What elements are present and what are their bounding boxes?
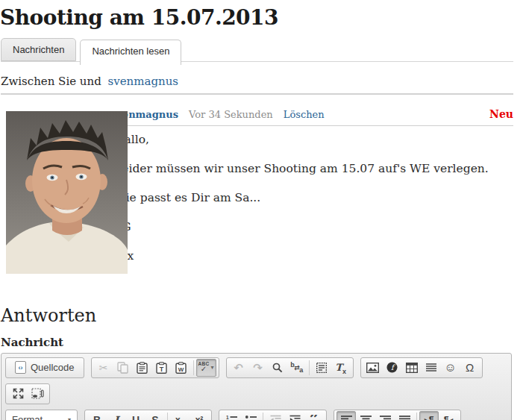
maximize-icon [13, 388, 24, 399]
bold-button[interactable]: B [87, 411, 107, 420]
align-left-button[interactable] [336, 411, 356, 420]
group-tools [5, 383, 50, 404]
bidi-ltr-icon: ▸¶ [425, 415, 434, 420]
horizontal-rule-button[interactable] [422, 359, 441, 377]
toolbar-row-1: ‹› Quellcode ✂ T W [5, 357, 507, 378]
select-all-button[interactable] [312, 359, 331, 377]
maximize-button[interactable] [8, 385, 28, 403]
paste-word-button[interactable]: W [172, 359, 191, 377]
format-dropdown-label: Format [12, 414, 43, 420]
show-blocks-button[interactable] [28, 385, 47, 403]
align-left-icon [341, 416, 352, 420]
source-button[interactable]: ‹› Quellcode [8, 359, 81, 377]
bidi-rtl-button[interactable]: ¶◂ [439, 411, 458, 420]
show-blocks-icon [31, 388, 44, 399]
table-button[interactable] [402, 359, 422, 377]
blockquote-button[interactable]: ” [304, 411, 324, 420]
spellcheck-button[interactable]: ABC ✓ ▾ [196, 359, 216, 377]
align-center-button[interactable] [356, 411, 375, 420]
source-icon: ‹› [15, 361, 26, 374]
image-icon [366, 363, 379, 373]
conversation-prefix: Zwischen Sie und [1, 75, 101, 88]
align-right-button[interactable] [375, 411, 395, 420]
page-title: Shooting am 15.07.2013 [0, 5, 513, 31]
bulleted-list-button[interactable] [241, 411, 260, 420]
undo-icon: ↶ [234, 361, 243, 374]
search-icon [272, 363, 283, 373]
message-delete-link[interactable]: Löschen [284, 109, 325, 120]
cut-icon: ✂ [99, 362, 108, 374]
numbered-list-button[interactable]: 12 [222, 411, 241, 420]
message-timestamp: Vor 34 Sekunden [189, 109, 273, 120]
page: Shooting am 15.07.2013 Nachrichten Nachr… [0, 0, 513, 420]
paste-button[interactable] [133, 359, 152, 377]
toolbar-row-3: Format ▾ B I U S x₂ x² 12 [5, 410, 507, 420]
message-paragraph: Leider müssen wir unser Shooting am 15.0… [114, 162, 513, 176]
paste-text-icon: T [156, 362, 167, 374]
outdent-icon [270, 415, 281, 420]
superscript-button[interactable]: x² [190, 411, 209, 420]
group-mode: ‹› Quellcode [5, 357, 84, 378]
align-justify-icon [399, 416, 410, 420]
flash-icon: f [386, 362, 398, 373]
replace-button[interactable]: b⇄a [287, 359, 307, 377]
group-editing: ↶ ↷ b⇄a Tx [226, 357, 354, 378]
strikethrough-icon: S [151, 414, 158, 420]
copy-icon [117, 362, 128, 374]
source-label: Quellcode [31, 362, 75, 373]
conversation-participants: Zwischen Sie und svenmagnus [1, 75, 513, 88]
toolbar-separator [263, 413, 263, 420]
toolbar-separator [167, 413, 168, 420]
numbered-list-icon: 12 [225, 415, 238, 420]
smiley-button[interactable]: ☺ [441, 359, 460, 377]
toolbar-separator [193, 360, 194, 375]
flash-button[interactable]: f [383, 359, 402, 377]
group-basicstyles: B I U S x₂ x² [84, 410, 212, 420]
format-dropdown[interactable]: Format ▾ [5, 410, 78, 420]
avatar[interactable] [6, 111, 128, 274]
chevron-down-icon: ▾ [68, 416, 71, 420]
tab-nachrichten-lesen[interactable]: Nachrichten lesen [80, 40, 181, 65]
spellcheck-icon: ABC ✓ [198, 362, 210, 374]
strikethrough-button[interactable]: S [145, 411, 165, 420]
italic-button[interactable]: I [107, 411, 126, 420]
bidi-ltr-button[interactable]: ▸¶ [419, 411, 439, 420]
message-field-label: Nachricht [1, 336, 513, 349]
special-char-button[interactable]: Ω [460, 359, 480, 377]
bidi-rtl-icon: ¶◂ [444, 415, 454, 420]
outdent-button[interactable] [266, 411, 285, 420]
cut-button[interactable]: ✂ [94, 359, 113, 377]
redo-button[interactable]: ↷ [248, 359, 268, 377]
group-clipboard: ✂ T W ABC ✓ [91, 357, 219, 378]
subscript-button[interactable]: x₂ [170, 411, 190, 420]
undo-button[interactable]: ↶ [229, 359, 248, 377]
replace-icon: b⇄a [290, 361, 303, 374]
tab-nachrichten[interactable]: Nachrichten [1, 38, 76, 61]
group-insert: f ☺ Ω [360, 357, 483, 378]
participant-link[interactable]: svenmagnus [108, 75, 179, 88]
group-paragraph: 12 ” [219, 410, 327, 420]
omega-icon: Ω [466, 361, 474, 374]
message-header: svenmagnus Vor 34 Sekunden Löschen Neu [111, 108, 513, 126]
paste-text-button[interactable]: T [152, 359, 172, 377]
remove-format-icon: Tx [335, 360, 346, 375]
remove-format-button[interactable]: Tx [331, 359, 351, 377]
indent-button[interactable] [285, 411, 304, 420]
subscript-icon: x₂ [175, 415, 184, 420]
underline-icon: U [132, 414, 140, 420]
smiley-icon: ☺ [444, 361, 456, 374]
table-icon [406, 363, 418, 373]
group-align: ▸¶ ¶◂ [334, 410, 461, 420]
message-thread-item: svenmagnus Vor 34 Sekunden Löschen Neu H… [1, 108, 513, 278]
reply-heading: Antworten [1, 305, 513, 326]
bold-icon: B [93, 414, 101, 420]
align-justify-button[interactable] [395, 411, 414, 420]
find-button[interactable] [268, 359, 287, 377]
svg-text:T: T [160, 366, 164, 373]
underline-button[interactable]: U [126, 411, 145, 420]
image-button[interactable] [363, 359, 383, 377]
paste-icon [137, 362, 148, 374]
copy-button[interactable] [113, 359, 133, 377]
message-paragraph: xxx [114, 249, 513, 263]
message-paragraph: Hallo, [114, 133, 513, 147]
